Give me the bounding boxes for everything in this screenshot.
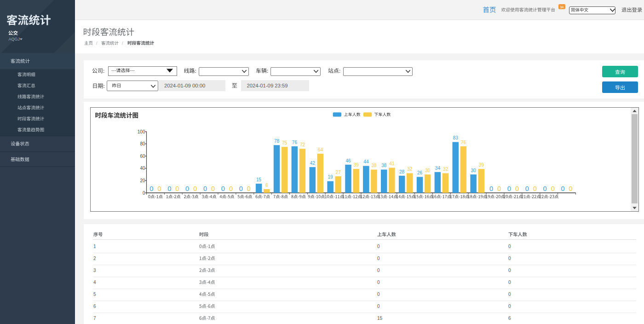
svg-text:64: 64 <box>318 147 323 152</box>
svg-text:0: 0 <box>489 185 493 192</box>
svg-text:0: 0 <box>377 280 380 285</box>
svg-text:0: 0 <box>203 185 207 192</box>
svg-text:6: 6 <box>265 183 268 188</box>
svg-text:3: 3 <box>93 268 96 273</box>
svg-text:76: 76 <box>461 140 466 145</box>
svg-text:34: 34 <box>560 5 564 9</box>
svg-text:0: 0 <box>175 185 179 192</box>
svg-text:2024-01-09 00:00: 2024-01-09 00:00 <box>164 83 205 88</box>
svg-text:39: 39 <box>479 162 484 168</box>
svg-text:80: 80 <box>140 141 145 146</box>
svg-text:40: 40 <box>140 166 145 171</box>
svg-text:0: 0 <box>239 185 243 192</box>
svg-text:0: 0 <box>525 185 529 192</box>
svg-text:0: 0 <box>508 280 511 285</box>
svg-text:6: 6 <box>508 316 511 321</box>
svg-text:44: 44 <box>363 159 369 164</box>
svg-text:34: 34 <box>435 166 441 171</box>
svg-text:60: 60 <box>140 154 145 159</box>
svg-text:75: 75 <box>282 140 288 145</box>
svg-text:30: 30 <box>425 168 431 173</box>
svg-text:0: 0 <box>508 304 511 309</box>
svg-text:0: 0 <box>561 185 564 192</box>
svg-text:0: 0 <box>377 244 380 249</box>
svg-text:0: 0 <box>508 256 511 261</box>
svg-text:0: 0 <box>229 185 233 192</box>
svg-text:46: 46 <box>345 158 351 163</box>
svg-text:32: 32 <box>443 167 448 172</box>
svg-text:/: / <box>96 40 98 46</box>
svg-text:0: 0 <box>533 185 537 192</box>
svg-text:0: 0 <box>377 256 380 261</box>
svg-text:2024-01-09 23:59: 2024-01-09 23:59 <box>247 83 288 88</box>
svg-text:7: 7 <box>93 316 96 321</box>
svg-text:0: 0 <box>185 185 189 192</box>
svg-text:1: 1 <box>93 244 96 249</box>
svg-text:72: 72 <box>300 142 305 147</box>
svg-text:27: 27 <box>336 170 341 175</box>
svg-text:0: 0 <box>508 244 511 249</box>
svg-text:42: 42 <box>310 161 316 166</box>
svg-text:0: 0 <box>507 185 511 192</box>
svg-text:20: 20 <box>140 178 145 183</box>
svg-text:0: 0 <box>247 185 251 192</box>
svg-text:30: 30 <box>471 168 477 173</box>
svg-text:0: 0 <box>167 185 171 192</box>
svg-text:28: 28 <box>399 169 405 174</box>
svg-text:39: 39 <box>354 162 359 168</box>
svg-text:19: 19 <box>328 174 334 179</box>
svg-text:0: 0 <box>551 185 555 192</box>
svg-text:41: 41 <box>389 161 395 166</box>
svg-text:0: 0 <box>569 185 573 192</box>
svg-text:5: 5 <box>93 292 96 297</box>
svg-text:76: 76 <box>292 140 298 145</box>
svg-text:0: 0 <box>193 185 197 192</box>
svg-text:100: 100 <box>138 129 145 134</box>
svg-text:0: 0 <box>377 292 380 297</box>
svg-text:0: 0 <box>377 268 380 273</box>
svg-text:0: 0 <box>143 191 145 196</box>
svg-text:0: 0 <box>157 185 161 192</box>
svg-text:15: 15 <box>256 177 262 182</box>
svg-text:0: 0 <box>497 185 501 192</box>
svg-text:15: 15 <box>377 316 383 321</box>
svg-text:0: 0 <box>377 304 380 309</box>
svg-text:2: 2 <box>93 256 96 261</box>
svg-text:0: 0 <box>221 185 225 192</box>
svg-text:/: / <box>122 40 123 46</box>
svg-text:26: 26 <box>417 170 423 175</box>
svg-text:78: 78 <box>274 139 280 144</box>
svg-text:6: 6 <box>93 304 96 309</box>
svg-text:38: 38 <box>371 163 377 168</box>
svg-text:32: 32 <box>407 167 413 172</box>
svg-text:38: 38 <box>381 163 387 168</box>
svg-text:83: 83 <box>453 135 459 140</box>
svg-text:4: 4 <box>93 280 96 285</box>
svg-text:0: 0 <box>543 185 547 192</box>
svg-text:0: 0 <box>515 185 519 192</box>
svg-text:0: 0 <box>508 268 511 273</box>
svg-text:0: 0 <box>150 185 153 192</box>
svg-text:0: 0 <box>508 292 511 297</box>
svg-text:0: 0 <box>211 185 215 192</box>
svg-text:AQGJ: AQGJ <box>9 37 20 41</box>
